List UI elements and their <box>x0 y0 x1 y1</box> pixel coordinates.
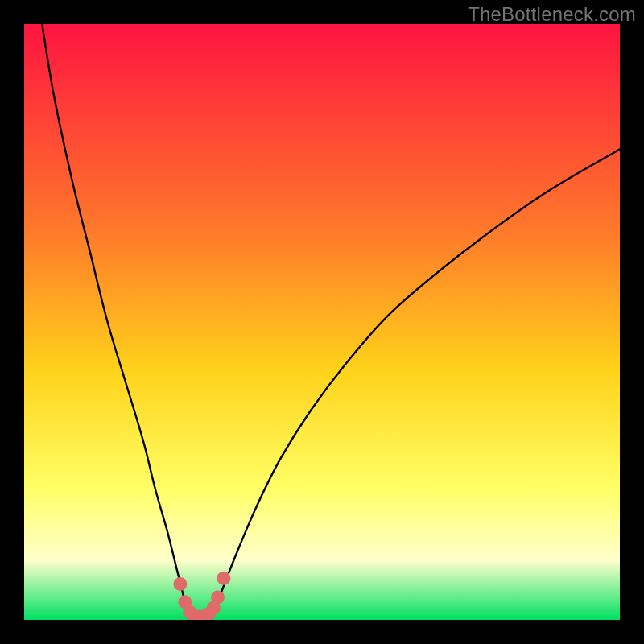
valley-marker <box>211 590 225 604</box>
valley-marker <box>217 572 230 585</box>
gradient-background <box>24 24 620 620</box>
valley-marker <box>173 577 187 591</box>
plot-area <box>24 24 620 620</box>
watermark-text: TheBottleneck.com <box>468 3 636 26</box>
chart-frame: TheBottleneck.com <box>0 0 644 644</box>
chart-svg <box>24 24 620 620</box>
